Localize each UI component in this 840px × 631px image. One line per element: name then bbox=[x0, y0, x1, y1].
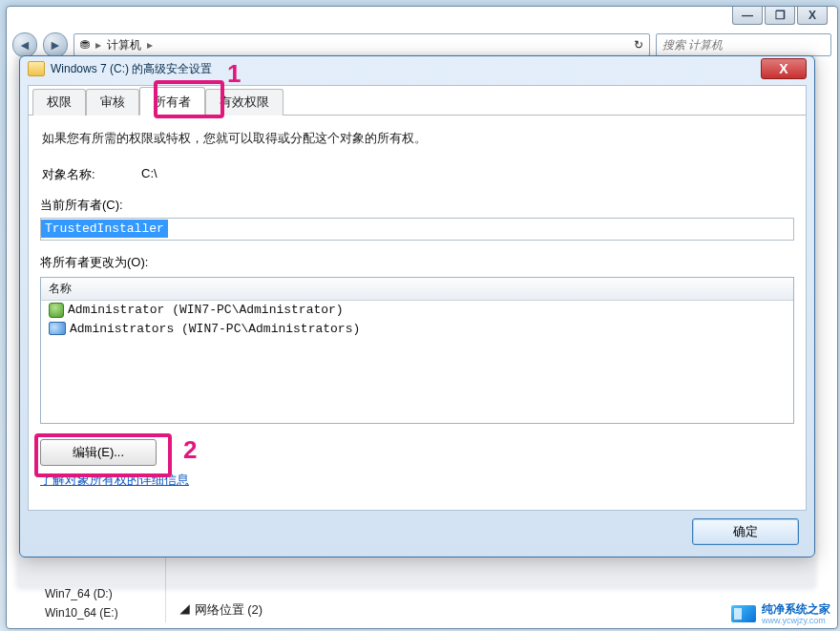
tab-audit[interactable]: 审核 bbox=[86, 89, 139, 116]
address-sep-icon: ▸ bbox=[147, 38, 153, 52]
list-item-label: Administrator (WIN7-PC\Administrator) bbox=[68, 303, 344, 317]
list-header-name[interactable]: 名称 bbox=[41, 278, 793, 301]
computer-icon: ⛃ bbox=[80, 38, 90, 52]
dialog-titlebar[interactable]: Windows 7 (C:) 的高级安全设置 X bbox=[20, 56, 814, 81]
learn-more-link[interactable]: 了解对象所有权的详细信息 bbox=[40, 472, 189, 489]
tab-effective-permissions[interactable]: 有效权限 bbox=[205, 89, 284, 116]
list-item[interactable]: Administrator (WIN7-PC\Administrator) bbox=[41, 301, 793, 320]
object-name-label: 对象名称: bbox=[42, 166, 111, 183]
annotation-number-2: 2 bbox=[183, 435, 197, 465]
list-item-label: Administrators (WIN7-PC\Administrators) bbox=[70, 322, 360, 336]
change-owner-list[interactable]: 名称 Administrator (WIN7-PC\Administrator)… bbox=[40, 277, 794, 424]
dialog-button-row: 确定 bbox=[20, 511, 814, 547]
tree-item-drive[interactable]: Win10_64 (E:) bbox=[12, 603, 165, 622]
tab-permissions[interactable]: 权限 bbox=[32, 89, 86, 116]
dialog-body: 权限 审核 所有者 有效权限 1 如果您有所需的权限或特权，您就可以取得或分配这… bbox=[28, 85, 807, 511]
explorer-close-button[interactable]: X bbox=[797, 7, 828, 25]
address-crumb[interactable]: 计算机 bbox=[107, 37, 141, 53]
dialog-close-button[interactable]: X bbox=[761, 58, 807, 79]
dialog-tab-row: 权限 审核 所有者 有效权限 bbox=[29, 86, 806, 116]
network-location-header[interactable]: ◢ 网络位置 (2) bbox=[178, 601, 262, 619]
change-owner-label: 将所有者更改为(O): bbox=[40, 254, 794, 271]
user-icon bbox=[49, 303, 64, 318]
object-name-row: 对象名称: C:\ bbox=[42, 166, 794, 183]
folder-icon bbox=[28, 61, 45, 76]
advanced-security-dialog: Windows 7 (C:) 的高级安全设置 X 权限 审核 所有者 有效权限 … bbox=[19, 55, 815, 557]
current-owner-label: 当前所有者(C): bbox=[40, 197, 794, 214]
object-name-value: C:\ bbox=[141, 166, 158, 183]
explorer-window-controls: — ❐ X bbox=[730, 7, 828, 28]
list-item[interactable]: Administrators (WIN7-PC\Administrators) bbox=[41, 320, 793, 338]
tab-owner[interactable]: 所有者 bbox=[139, 87, 205, 116]
current-owner-field: TrustedInstaller bbox=[40, 218, 794, 241]
dialog-title: Windows 7 (C:) 的高级安全设置 bbox=[51, 61, 755, 77]
current-owner-value: TrustedInstaller bbox=[41, 220, 168, 238]
group-icon bbox=[49, 322, 66, 335]
address-sep-icon: ▸ bbox=[95, 38, 101, 52]
explorer-minimize-button[interactable]: — bbox=[732, 7, 763, 25]
ok-button[interactable]: 确定 bbox=[692, 518, 799, 545]
edit-button[interactable]: 编辑(E)... bbox=[40, 439, 157, 466]
explorer-maximize-button[interactable]: ❐ bbox=[765, 7, 795, 25]
refresh-icon[interactable]: ↻ bbox=[634, 38, 643, 52]
dialog-intro-text: 如果您有所需的权限或特权，您就可以取得或分配这个对象的所有权。 bbox=[42, 129, 794, 149]
search-placeholder: 搜索 计算机 bbox=[662, 37, 723, 53]
